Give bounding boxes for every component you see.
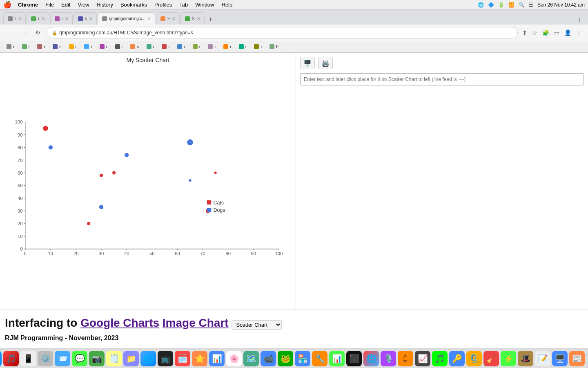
dock-spotify[interactable]: 🎵 <box>432 351 448 366</box>
dock-files[interactable]: 📁 <box>123 351 139 366</box>
tab-active-favicon <box>102 16 107 21</box>
dock-Alfred[interactable]: 🎩 <box>518 351 533 366</box>
dock-iphone[interactable]: 📱 <box>20 351 36 366</box>
tab-6[interactable]: S ✕ <box>180 12 205 25</box>
dock-appletv[interactable]: 📺 <box>158 351 173 366</box>
dock-numbers[interactable]: 📊 <box>329 351 345 366</box>
sidebar-toggle-icon[interactable]: ▭ <box>553 28 561 37</box>
dock-cleanmymac[interactable]: 🧹 <box>483 351 499 366</box>
tab-2-close[interactable]: ✕ <box>42 16 45 21</box>
dock-messages[interactable]: 💬 <box>72 351 87 366</box>
apple-menu[interactable]: 🍎 <box>3 1 11 9</box>
dock-settings[interactable]: ⚙️ <box>38 351 53 366</box>
menu-tab[interactable]: Tab <box>176 1 191 9</box>
tab-4-close[interactable]: ✕ <box>89 16 92 21</box>
dock-reeder[interactable]: 📰 <box>569 351 585 366</box>
chart-type-select[interactable]: Scatter Chart Bar Chart Line Chart Pie C… <box>232 320 282 330</box>
menu-chrome[interactable]: Chrome <box>15 1 41 9</box>
print-icon-button[interactable]: 🖨️ <box>318 57 333 69</box>
tab-more-button[interactable]: ⋮ <box>574 15 585 25</box>
bookmark-5[interactable]: r <box>66 42 80 51</box>
bookmark-star-icon[interactable]: ☆ <box>531 28 539 37</box>
dock-bitcoin[interactable]: ₿ <box>398 351 413 366</box>
dock-screen[interactable]: 🖥️ <box>552 351 568 366</box>
tab-1[interactable]: r ✕ <box>3 12 26 25</box>
menu-help[interactable]: Help <box>218 1 236 9</box>
dock-photos[interactable]: 🌸 <box>226 351 242 366</box>
bookmark-2[interactable]: r <box>19 42 33 51</box>
share-icon[interactable]: ⬆ <box>521 28 528 37</box>
dock-keynote[interactable]: 📊 <box>209 351 225 366</box>
dock-zoom[interactable]: 📹 <box>261 351 276 366</box>
bookmark-4[interactable]: s <box>49 42 65 51</box>
dock-texteditor[interactable]: 📝 <box>535 351 550 366</box>
bookmark-16[interactable]: r <box>236 42 250 51</box>
reload-button[interactable]: ↻ <box>33 27 43 38</box>
tab-2[interactable]: r ✕ <box>27 12 49 25</box>
bookmark-3[interactable]: r <box>34 42 49 51</box>
address-input[interactable]: 🔒 rjmprogramming.com.au/HTMLCSS/image_ve… <box>47 27 518 38</box>
dock-bitwarden[interactable]: 🔑 <box>449 351 465 366</box>
dock-finder[interactable]: 🔍 <box>0 351 2 366</box>
tab-6-close[interactable]: ✕ <box>197 16 200 21</box>
dock-terminal[interactable]: ⬛ <box>346 351 362 366</box>
bookmark-14[interactable]: r <box>205 42 219 51</box>
bookmark-15[interactable]: r <box>220 42 235 51</box>
forward-button[interactable]: → <box>19 27 29 38</box>
extension-icon[interactable]: 🧩 <box>541 28 550 37</box>
tab-3-close[interactable]: ✕ <box>65 16 68 21</box>
dock-appstore[interactable]: 🏪 <box>295 351 310 366</box>
dock-facetime2[interactable]: 🐸 <box>278 351 293 366</box>
menu-bookmarks[interactable]: Bookmarks <box>117 1 150 9</box>
bookmark-13[interactable]: r <box>189 42 204 51</box>
tab-3[interactable]: r ✕ <box>50 12 73 25</box>
monitor-icon-button[interactable]: 🖥️ <box>300 57 315 69</box>
bookmark-6[interactable]: r <box>81 42 96 51</box>
more-menu-icon[interactable]: ⋮ <box>575 28 583 37</box>
menu-window[interactable]: Window <box>192 1 217 9</box>
dock-facetime[interactable]: 📷 <box>89 351 105 366</box>
dock-podcasts[interactable]: 🎙️ <box>381 351 396 366</box>
bookmark-php[interactable]: F <box>266 42 282 51</box>
dock-mail[interactable]: 📨 <box>55 351 70 366</box>
dock-music[interactable]: 🎵 <box>3 351 19 366</box>
tab-5[interactable]: F ✕ <box>156 12 180 25</box>
tab-1-close[interactable]: ✕ <box>18 16 21 21</box>
bookmark-1[interactable]: r <box>3 42 18 51</box>
profile-icon[interactable]: 👤 <box>563 28 572 37</box>
dock-trash[interactable]: 🗑️ <box>586 351 588 366</box>
bookmark-8[interactable]: r <box>112 42 127 51</box>
dock-chrome[interactable]: 🌐 <box>363 351 379 366</box>
bookmark-12[interactable]: r <box>174 42 189 51</box>
tab-active[interactable]: rjmprogramming.c... ✕ <box>98 12 155 25</box>
bookmark-9[interactable]: s <box>127 42 143 51</box>
menu-view[interactable]: View <box>74 1 92 9</box>
tab-active-close[interactable]: ✕ <box>147 16 151 21</box>
menu-profiles[interactable]: Profiles <box>151 1 175 9</box>
bookmark-17[interactable]: r <box>251 42 265 51</box>
dock-filezilla[interactable]: 🔧 <box>312 351 327 366</box>
bookmark-11[interactable]: r <box>158 42 173 51</box>
back-button[interactable]: ← <box>5 27 16 38</box>
menu-edit[interactable]: Edit <box>58 1 74 9</box>
tab-5-close[interactable]: ✕ <box>172 16 175 21</box>
dock-betterzip[interactable]: 🗜️ <box>466 351 482 366</box>
dock-speedtest[interactable]: ⚡ <box>501 351 516 366</box>
image-chart-link[interactable]: Image Chart <box>163 316 229 329</box>
menubar-control-icon[interactable]: ☰ <box>529 2 533 8</box>
dock-safari[interactable]: 🌐 <box>140 351 156 366</box>
dock-maps[interactable]: 🗺️ <box>243 351 259 366</box>
google-charts-link[interactable]: Google Charts <box>80 316 159 329</box>
tab-4[interactable]: s ✕ <box>74 12 97 25</box>
dock-notes[interactable]: 🗒️ <box>106 351 122 366</box>
menubar-search-icon[interactable]: 🔍 <box>519 2 525 8</box>
menu-file[interactable]: File <box>42 1 57 9</box>
dock-calendar[interactable]: 🗓️ <box>175 351 190 366</box>
new-tab-button[interactable]: + <box>205 14 216 25</box>
dock-reminders[interactable]: ⭐ <box>192 351 207 366</box>
menu-history[interactable]: History <box>93 1 116 9</box>
dock-istatmenus[interactable]: 📈 <box>415 351 430 366</box>
bookmark-10[interactable]: r <box>143 42 158 51</box>
text-input[interactable] <box>300 73 584 85</box>
bookmark-7[interactable]: r <box>96 42 111 51</box>
